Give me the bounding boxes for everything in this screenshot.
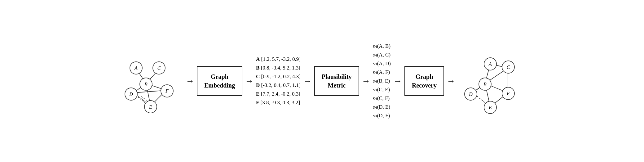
arrow-5: → [393, 76, 402, 86]
graph-recovery-label: GraphRecovery [412, 72, 437, 90]
plausibility-metric-box: PlausibilityMetric [314, 66, 359, 96]
svg-text:A: A [134, 65, 138, 71]
svg-text:B: B [144, 82, 148, 87]
svg-text:A: A [488, 61, 492, 67]
svg-text:F: F [506, 91, 510, 96]
embedding-row-B: B [0.8, -3.4, 5.2, 1.3] [256, 64, 301, 72]
score-row-AB: sA(A, B) [373, 42, 391, 51]
graph-embedding-box: GraphEmbedding [197, 66, 242, 96]
score-row-DE: sA(D, E) [373, 103, 391, 111]
svg-text:F: F [165, 88, 169, 94]
pipeline-container: A C B D F E → GraphEmbedding → A [1.2, 5… [0, 39, 644, 123]
score-row-AF: sA(A, F) [373, 68, 391, 77]
arrow-2: → [245, 76, 254, 86]
graph-embedding-label: GraphEmbedding [204, 72, 235, 90]
svg-text:D: D [469, 92, 473, 97]
svg-text:C: C [157, 65, 161, 71]
arrow-4: → [362, 76, 370, 86]
plausibility-metric-label: PlausibilityMetric [322, 72, 352, 90]
svg-text:E: E [488, 105, 492, 110]
score-row-CF: sA(C, F) [373, 94, 391, 103]
graph-recovery-box: GraphRecovery [404, 66, 444, 96]
score-row-DF: sA(D, F) [373, 111, 391, 120]
score-row-AD: sA(A, D) [373, 59, 391, 68]
embeddings-block: A [1.2, 5.7, -3.2, 0.9] B [0.8, -3.4, 5.… [256, 55, 301, 107]
svg-text:C: C [507, 65, 510, 70]
embedding-row-D: D [-3.2, 0.4, 0.7, 1.1] [256, 81, 301, 90]
embedding-row-E: E [7.7, 2.4, -0.2, 0.3] [256, 90, 301, 98]
svg-text:E: E [149, 104, 152, 110]
score-row-CE: sA(C, E) [373, 85, 391, 94]
arrow-1: → [186, 76, 194, 86]
embedding-row-F: F [3.8, -9.3, 0.3, 3.2] [256, 98, 301, 107]
embedding-row-C: C [0.9, -1.2, 0.2, 4.3] [256, 72, 301, 81]
svg-text:B: B [483, 82, 487, 87]
input-graph: A C B D F E [121, 47, 183, 115]
arrow-6: → [447, 76, 455, 86]
embedding-row-A: A [1.2, 5.7, -3.2, 0.9] [256, 55, 301, 64]
score-row-BE: sA(B, E) [373, 77, 391, 85]
scores-block: sA(A, B) sA(A, C) sA(A, D) sA(A, F) sA(B… [373, 42, 391, 120]
score-row-AC: sA(A, C) [373, 51, 391, 59]
svg-text:D: D [129, 92, 133, 97]
arrow-3: → [303, 76, 312, 86]
output-graph: A C B D F E [458, 47, 523, 115]
